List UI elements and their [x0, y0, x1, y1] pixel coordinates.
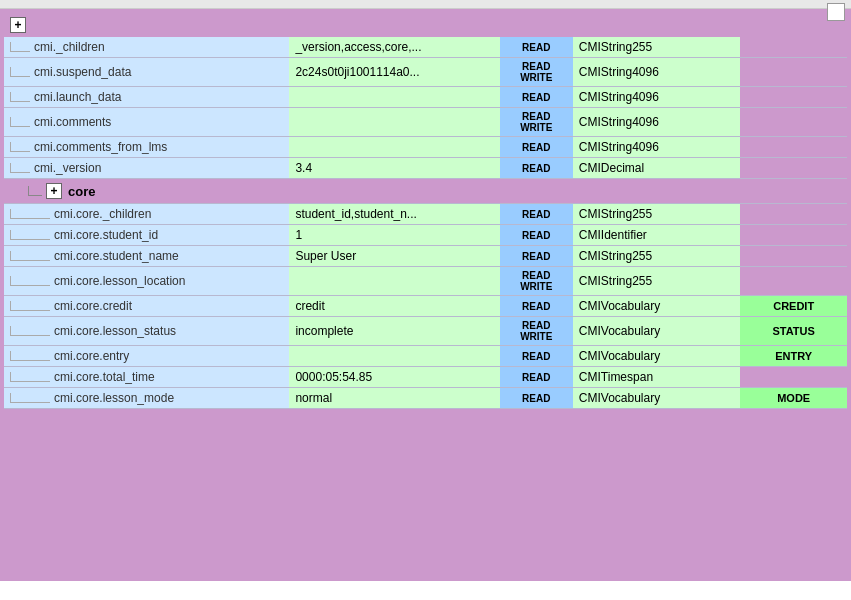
row-value-cmi_core_total_time: 0000:05:54.85	[289, 367, 499, 388]
row-name-cmi_core_entry: cmi.core.entry	[4, 346, 289, 367]
row-name-cmi_core_children: cmi.core._children	[4, 204, 289, 225]
table-row: cmi.core.entryREADCMIVocabularyENTRY	[4, 346, 847, 367]
row-value-cmi_core_student_name: Super User	[289, 246, 499, 267]
row-name-cmi_core_lesson_mode: cmi.core.lesson_mode	[4, 388, 289, 409]
tree-line	[10, 209, 50, 219]
row-type-cmi_core_student_id: CMIIdentifier	[573, 225, 741, 246]
tree-line	[10, 326, 50, 336]
tree-line	[10, 393, 50, 403]
row-rw-cmi_core_credit: READ	[500, 296, 573, 317]
row-value-cmi_core_entry	[289, 346, 499, 367]
table-row: cmi.core.total_time0000:05:54.85READCMIT…	[4, 367, 847, 388]
tree-line	[10, 163, 30, 173]
name-text-cmi_core_lesson_mode: cmi.core.lesson_mode	[54, 391, 174, 405]
tree-line	[10, 276, 50, 286]
table-row: cmi._version3.4READCMIDecimal	[4, 158, 847, 179]
close-button[interactable]	[827, 3, 845, 21]
tree-line	[10, 42, 30, 52]
row-type-cmi_core_student_name: CMIString255	[573, 246, 741, 267]
row-name-cmi_core_student_id: cmi.core.student_id	[4, 225, 289, 246]
row-rw-cmi_comments_from_lms: READ	[500, 137, 573, 158]
table-row: cmi.core.lesson_statusincompleteREADWRIT…	[4, 317, 847, 346]
row-vocab-cmi_core_credit: CREDIT	[740, 296, 847, 317]
tree-line	[10, 92, 30, 102]
row-rw-cmi_launch_data: READ	[500, 87, 573, 108]
table-row: cmi.suspend_data2c24s0t0ji1001114a0...RE…	[4, 58, 847, 87]
name-text-cmi_comments: cmi.comments	[34, 115, 111, 129]
name-text-cmi_children: cmi._children	[34, 40, 105, 54]
table-row: cmi.core._childrenstudent_id,student_n..…	[4, 204, 847, 225]
name-text-cmi_core_lesson_status: cmi.core.lesson_status	[54, 324, 176, 338]
row-type-cmi_core_total_time: CMITimespan	[573, 367, 741, 388]
cmi-expand-button[interactable]: +	[10, 17, 26, 33]
row-value-cmi_version: 3.4	[289, 158, 499, 179]
row-type-cmi_core_lesson_mode: CMIVocabulary	[573, 388, 741, 409]
tree-line	[10, 251, 50, 261]
row-name-cmi_core_student_name: cmi.core.student_name	[4, 246, 289, 267]
row-rw-cmi_core_lesson_mode: READ	[500, 388, 573, 409]
row-name-cmi_comments_from_lms: cmi.comments_from_lms	[4, 137, 289, 158]
name-text-cmi_launch_data: cmi.launch_data	[34, 90, 121, 104]
row-rw-cmi_core_student_id: READ	[500, 225, 573, 246]
row-type-cmi_version: CMIDecimal	[573, 158, 741, 179]
row-value-cmi_core_lesson_location	[289, 267, 499, 296]
table-row: cmi.commentsREADWRITECMIString4096	[4, 108, 847, 137]
row-value-cmi_core_children: student_id,student_n...	[289, 204, 499, 225]
table-row: +core	[4, 179, 847, 204]
row-type-cmi_core_credit: CMIVocabulary	[573, 296, 741, 317]
row-rw-cmi_version: READ	[500, 158, 573, 179]
row-type-cmi_suspend_data: CMIString4096	[573, 58, 741, 87]
row-rw-cmi_core_lesson_location: READWRITE	[500, 267, 573, 296]
row-rw-cmi_core_student_name: READ	[500, 246, 573, 267]
name-text-cmi_core_student_name: cmi.core.student_name	[54, 249, 179, 263]
name-text-cmi_core_student_id: cmi.core.student_id	[54, 228, 158, 242]
name-text-cmi_core_entry: cmi.core.entry	[54, 349, 129, 363]
row-vocab-cmi_core_lesson_status: STATUS	[740, 317, 847, 346]
tree-line	[10, 372, 50, 382]
row-value-cmi_core_student_id: 1	[289, 225, 499, 246]
main-container: + cmi._children_version,access,core,...R…	[0, 9, 851, 581]
core_section-expand-button[interactable]: +	[46, 183, 62, 199]
row-name-cmi_core_total_time: cmi.core.total_time	[4, 367, 289, 388]
row-type-cmi_core_lesson_status: CMIVocabulary	[573, 317, 741, 346]
table-row: cmi.core.creditcreditREADCMIVocabularyCR…	[4, 296, 847, 317]
core_section-label: core	[68, 184, 95, 199]
row-value-cmi_comments	[289, 108, 499, 137]
tree-line	[10, 301, 50, 311]
row-type-cmi_comments: CMIString4096	[573, 108, 741, 137]
row-type-cmi_core_entry: CMIVocabulary	[573, 346, 741, 367]
name-text-cmi_core_lesson_location: cmi.core.lesson_location	[54, 274, 185, 288]
row-type-cmi_comments_from_lms: CMIString4096	[573, 137, 741, 158]
name-text-cmi_suspend_data: cmi.suspend_data	[34, 65, 131, 79]
row-type-cmi_launch_data: CMIString4096	[573, 87, 741, 108]
table-row: cmi.launch_dataREADCMIString4096	[4, 87, 847, 108]
name-text-cmi_core_children: cmi.core._children	[54, 207, 151, 221]
row-value-cmi_suspend_data: 2c24s0t0ji1001114a0...	[289, 58, 499, 87]
name-text-cmi_core_total_time: cmi.core.total_time	[54, 370, 155, 384]
row-rw-cmi_core_lesson_status: READWRITE	[500, 317, 573, 346]
tree-connector	[28, 186, 42, 196]
row-rw-cmi_suspend_data: READWRITE	[500, 58, 573, 87]
row-name-cmi_launch_data: cmi.launch_data	[4, 87, 289, 108]
row-type-cmi_core_children: CMIString255	[573, 204, 741, 225]
row-rw-cmi_children: READ	[500, 37, 573, 58]
tree-line	[10, 230, 50, 240]
row-value-cmi_comments_from_lms	[289, 137, 499, 158]
name-text-cmi_comments_from_lms: cmi.comments_from_lms	[34, 140, 167, 154]
tree-line	[10, 351, 50, 361]
tree-line	[10, 117, 30, 127]
row-rw-cmi_core_entry: READ	[500, 346, 573, 367]
title-bar	[0, 0, 851, 9]
tree-line	[10, 142, 30, 152]
row-name-cmi_comments: cmi.comments	[4, 108, 289, 137]
row-value-cmi_core_lesson_mode: normal	[289, 388, 499, 409]
row-value-cmi_core_credit: credit	[289, 296, 499, 317]
row-type-cmi_core_lesson_location: CMIString255	[573, 267, 741, 296]
name-text-cmi_core_credit: cmi.core.credit	[54, 299, 132, 313]
table-row: cmi.core.student_id1READCMIIdentifier	[4, 225, 847, 246]
row-value-cmi_children: _version,access,core,...	[289, 37, 499, 58]
row-name-cmi_version: cmi._version	[4, 158, 289, 179]
table-row: cmi.core.lesson_locationREADWRITECMIStri…	[4, 267, 847, 296]
table-row: cmi.comments_from_lmsREADCMIString4096	[4, 137, 847, 158]
cmi-section-header: +	[4, 13, 847, 37]
